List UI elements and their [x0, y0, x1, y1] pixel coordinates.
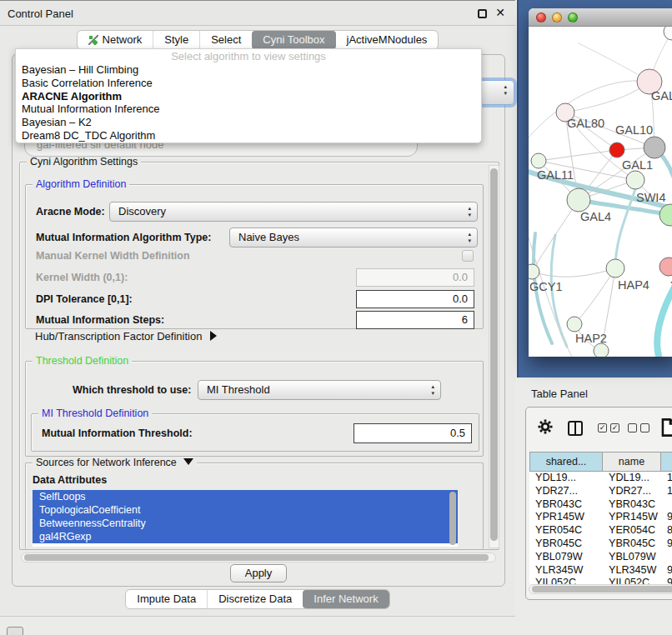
aracne-mode-value: Discovery	[118, 205, 166, 218]
aracne-mode-combo[interactable]: Discovery ▴▾	[109, 202, 478, 222]
network-node[interactable]	[626, 171, 644, 189]
table-cell[interactable]	[661, 498, 672, 512]
network-edge[interactable]	[539, 150, 617, 161]
network-node[interactable]	[609, 142, 624, 158]
table-cell[interactable]: 9.	[661, 511, 672, 524]
network-node[interactable]	[531, 153, 546, 168]
table-cell[interactable]: 9	[661, 577, 672, 584]
algorithm-option-bayesian-k2[interactable]: Bayesian – K2	[16, 116, 481, 129]
bottom-tab-discretize-data[interactable]: Discretize Data	[207, 590, 303, 608]
table-horizontal-scrollbar-thumb[interactable]	[532, 586, 672, 592]
table-cell[interactable]: YDL19...	[603, 472, 661, 485]
data-attributes-list[interactable]: SelfLoopsTopologicalCoefficientBetweenne…	[33, 490, 458, 547]
table-cell[interactable]: YBR043C	[603, 498, 661, 512]
table-cell[interactable]: YBL079W	[603, 551, 661, 564]
collapsed-overview-widget[interactable]	[7, 627, 23, 635]
tab-style[interactable]: Style	[153, 31, 199, 49]
mi-threshold-field[interactable]: 0.5	[354, 423, 472, 443]
focused-combo-fragment[interactable]: ▴▾	[479, 80, 514, 105]
table-cell[interactable]: YPR145W	[603, 511, 661, 524]
columns-icon[interactable]	[568, 421, 583, 436]
network-node[interactable]	[606, 259, 624, 278]
table-cell[interactable]: YLR345W	[603, 564, 661, 578]
network-canvas[interactable]: GALGAL80GAL10GAL1GAL11SWI4GAL4GCY1HAP4YH…	[529, 27, 672, 357]
data-attribute-gal4rgexp[interactable]: gal4RGexp	[33, 530, 458, 543]
algorithm-option-mutual-information-inference[interactable]: Mutual Information Inference	[16, 102, 481, 116]
column-header-name[interactable]: name	[603, 452, 661, 472]
sources-toggle[interactable]: Sources for Network Inference	[33, 457, 197, 469]
float-panel-icon[interactable]	[478, 9, 487, 18]
settings-horizontal-scrollbar-thumb[interactable]	[24, 554, 489, 561]
mac-minimize-button[interactable]	[552, 12, 562, 22]
bottom-tab-impute-data[interactable]: Impute Data	[126, 590, 207, 608]
network-node[interactable]	[567, 317, 582, 332]
hub-definition-toggle[interactable]: Hub/Transcription Factor Definition	[35, 330, 217, 342]
table-cell[interactable]: 8.	[661, 524, 672, 538]
network-node[interactable]	[594, 343, 609, 357]
table-row: YIL052CYIL052C9	[529, 577, 672, 584]
apply-button[interactable]: Apply	[230, 564, 287, 582]
network-node[interactable]	[644, 137, 665, 158]
algorithm-option-dream8-dc-tdc-algorithm[interactable]: Dream8 DC_TDC Algorithm	[16, 129, 481, 142]
network-node[interactable]	[659, 258, 672, 276]
table-cell[interactable]: 9.	[661, 564, 672, 578]
algorithm-option-bayesian-hill-climbing[interactable]: Bayesian – Hill Climbing	[16, 63, 481, 77]
table-cell[interactable]: YBR045C	[603, 538, 661, 551]
table-cell[interactable]: 13	[661, 472, 672, 485]
bottom-tab-infer-network[interactable]: Infer Network	[303, 590, 389, 608]
column-header-shared[interactable]: shared...	[529, 452, 603, 472]
table-cell[interactable]: YLR345W	[529, 564, 603, 578]
network-edge[interactable]	[532, 268, 615, 277]
network-node[interactable]	[567, 188, 590, 212]
column-header-a[interactable]: A	[661, 452, 672, 472]
data-attribute-topologicalcoefficient[interactable]: TopologicalCoefficient	[33, 503, 458, 517]
tab-jactivemnodules[interactable]: jActiveMNodules	[336, 31, 439, 49]
mac-close-button[interactable]	[536, 12, 546, 22]
settings-horizontal-scrollbar[interactable]	[21, 552, 496, 562]
data-attribute-selfloops[interactable]: SelfLoops	[33, 490, 458, 503]
table-horizontal-scrollbar[interactable]	[529, 584, 672, 594]
table-cell[interactable]: YER054C	[603, 524, 661, 538]
network-node[interactable]	[664, 27, 672, 40]
manual-kernel-checkbox[interactable]	[462, 250, 474, 262]
network-node[interactable]	[529, 264, 539, 279]
gear-icon[interactable]	[537, 418, 554, 435]
algorithm-option-aracne-algorithm[interactable]: ARACNE Algorithm	[16, 90, 481, 103]
table-cell[interactable]: 9.	[661, 538, 672, 551]
checked-pair-icon[interactable]: ✓ ✓	[598, 423, 619, 432]
algorithm-option-basic-correlation-inference[interactable]: Basic Correlation Inference	[16, 77, 481, 90]
kernel-width-field[interactable]: 0.0	[356, 268, 474, 287]
which-threshold-combo[interactable]: MI Threshold ▴▾	[198, 380, 441, 400]
table-cell[interactable]: YIL052C	[529, 577, 603, 584]
table-cell[interactable]: YPR145W	[529, 511, 603, 524]
table-cell[interactable]: YDR27...	[529, 485, 603, 498]
table-cell[interactable]: 12	[661, 485, 672, 498]
table-row: YDL19...YDL19...13	[529, 472, 672, 485]
data-attribute-betweennesscentrality[interactable]: BetweennessCentrality	[33, 517, 458, 530]
mi-steps-field[interactable]: 6	[356, 311, 474, 329]
document-icon[interactable]	[661, 418, 672, 438]
table-cell[interactable]: YBR045C	[529, 538, 603, 551]
mac-zoom-button[interactable]	[568, 12, 578, 22]
tab-select[interactable]: Select	[199, 31, 252, 49]
settings-vertical-scrollbar-thumb[interactable]	[490, 168, 498, 541]
mi-type-combo[interactable]: Naive Bayes ▴▾	[229, 228, 478, 248]
table-cell[interactable]: YBL079W	[529, 551, 603, 564]
table-cell[interactable]: YDR27...	[603, 485, 661, 498]
table-cell[interactable]: YBR043C	[529, 498, 603, 512]
unchecked-pair-icon[interactable]	[628, 423, 649, 432]
tab-network[interactable]: Network	[78, 31, 153, 49]
list-scrollbar[interactable]	[449, 492, 457, 545]
table-cell[interactable]: YIL052C	[603, 577, 661, 584]
table-cell[interactable]: YDL19...	[529, 472, 603, 485]
dpi-tolerance-field[interactable]: 0.0	[356, 290, 474, 308]
network-edge[interactable]	[615, 189, 635, 268]
tab-cyni-toolbox[interactable]: Cyni Toolbox	[252, 31, 335, 49]
network-edge[interactable]	[574, 268, 615, 324]
list-scrollbar-thumb[interactable]	[449, 492, 456, 545]
node-label: HAP4	[618, 278, 649, 292]
table-cell[interactable]: YER054C	[529, 524, 603, 538]
table-cell[interactable]	[661, 551, 672, 564]
close-icon[interactable]: ✕	[495, 6, 505, 19]
settings-vertical-scrollbar[interactable]	[489, 165, 499, 548]
